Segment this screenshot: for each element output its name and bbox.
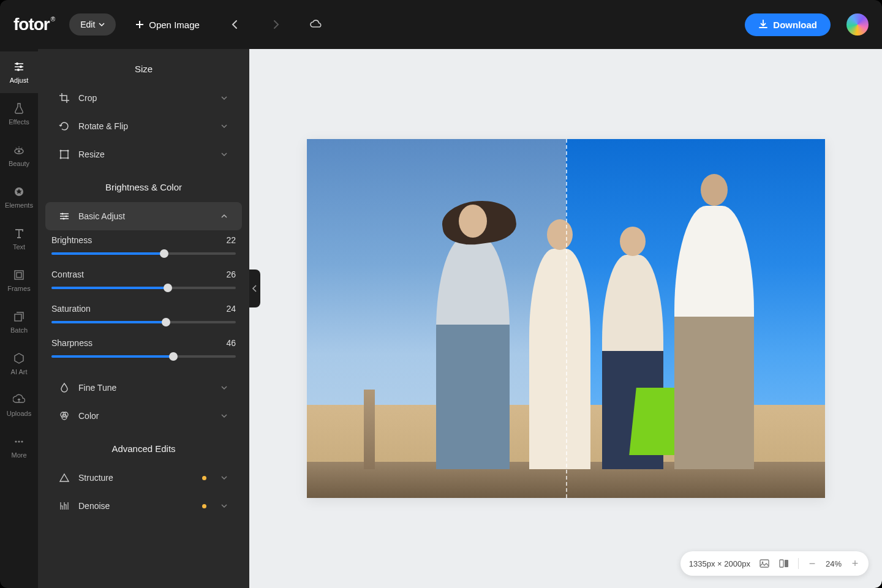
plus-icon: [135, 20, 144, 29]
star-icon: [13, 186, 25, 198]
svg-point-10: [18, 440, 20, 442]
slider-value: 24: [226, 304, 236, 314]
chevron-left-icon: [252, 284, 258, 293]
svg-point-16: [67, 157, 69, 159]
drop-icon: [59, 382, 70, 393]
row-label: Basic Adjust: [78, 211, 211, 221]
premium-dot-icon: [202, 504, 206, 508]
rail-item-frames[interactable]: Frames: [0, 260, 38, 301]
adjust-icon: [59, 211, 70, 222]
avatar[interactable]: [846, 13, 869, 36]
cloud-button[interactable]: [303, 11, 330, 38]
row-denoise[interactable]: Denoise: [45, 492, 242, 520]
image-info-button[interactable]: [759, 558, 770, 569]
rail-item-effects[interactable]: Effects: [0, 93, 38, 135]
slider-thumb[interactable]: [162, 318, 170, 326]
rail-item-uploads[interactable]: Uploads: [0, 385, 38, 426]
chevron-down-icon: [99, 21, 105, 28]
svg-rect-26: [785, 560, 788, 567]
section-title-bc: Brightness & Color: [38, 182, 249, 192]
open-image-button[interactable]: Open Image: [127, 13, 208, 36]
slider-contrast[interactable]: Contrast26: [38, 265, 249, 299]
edit-menu-button[interactable]: Edit: [69, 13, 116, 36]
svg-point-1: [20, 66, 22, 68]
arrow-right-icon: [270, 18, 282, 31]
row-label: Fine Tune: [78, 383, 211, 393]
image-icon: [759, 558, 770, 569]
zoom-out-button[interactable]: −: [807, 557, 817, 570]
slider-value: 22: [226, 235, 236, 245]
compare-divider[interactable]: [566, 139, 567, 498]
tool-rail: Adjust Effects Beauty Elements Text Fram…: [0, 49, 38, 588]
svg-point-24: [762, 562, 764, 564]
slider-thumb[interactable]: [169, 352, 178, 361]
download-button[interactable]: Download: [745, 13, 831, 36]
download-label: Download: [773, 20, 817, 30]
rail-item-more[interactable]: More: [0, 426, 38, 468]
rail-item-beauty[interactable]: Beauty: [0, 135, 38, 176]
zoom-level: 24%: [826, 559, 842, 568]
svg-rect-23: [760, 560, 769, 567]
slider-thumb[interactable]: [160, 249, 168, 258]
svg-point-9: [15, 440, 17, 442]
rail-label: More: [11, 451, 26, 459]
row-basic-adjust[interactable]: Basic Adjust: [45, 202, 242, 230]
row-structure[interactable]: Structure: [45, 464, 242, 492]
row-resize[interactable]: Resize: [45, 140, 242, 168]
rail-item-aiart[interactable]: AI Art: [0, 343, 38, 385]
row-color[interactable]: Color: [45, 402, 242, 430]
redo-button: [262, 11, 289, 38]
rail-label: Uploads: [7, 410, 31, 417]
row-fine-tune[interactable]: Fine Tune: [45, 374, 242, 402]
premium-dot-icon: [202, 476, 206, 480]
undo-button[interactable]: [222, 11, 249, 38]
dots-icon: [13, 435, 25, 448]
crop-icon: [59, 92, 70, 104]
sliders-icon: [13, 61, 25, 73]
row-label: Rotate & Flip: [78, 121, 211, 131]
text-icon: [13, 227, 25, 239]
svg-point-17: [61, 213, 63, 214]
canvas-image[interactable]: [307, 139, 825, 498]
slider-sharpness[interactable]: Sharpness46: [38, 333, 249, 368]
status-bar: 1335px × 2000px − 24% +: [680, 551, 869, 576]
section-title-size: Size: [38, 64, 249, 74]
zoom-in-button[interactable]: +: [850, 557, 860, 570]
svg-rect-7: [17, 273, 21, 277]
panel-collapse-handle[interactable]: [249, 270, 260, 307]
rail-item-adjust[interactable]: Adjust: [0, 51, 38, 93]
slider-label: Sharpness: [51, 338, 92, 348]
canvas-area[interactable]: 1335px × 2000px − 24% +: [249, 49, 882, 588]
svg-point-18: [65, 215, 67, 217]
row-rotate-flip[interactable]: Rotate & Flip: [45, 112, 242, 140]
open-image-label: Open Image: [149, 20, 200, 30]
row-label: Resize: [78, 149, 211, 159]
hexagon-icon: [13, 352, 25, 364]
chevron-down-icon: [220, 122, 228, 130]
rail-item-batch[interactable]: Batch: [0, 301, 38, 343]
svg-rect-12: [61, 151, 68, 158]
denoise-icon: [59, 500, 70, 511]
rail-label: Text: [13, 243, 25, 251]
logo: fotor®: [13, 15, 55, 34]
rail-item-elements[interactable]: Elements: [0, 176, 38, 218]
rail-item-text[interactable]: Text: [0, 218, 38, 260]
svg-point-11: [21, 440, 23, 442]
slider-saturation[interactable]: Saturation24: [38, 299, 249, 333]
slider-label: Saturation: [51, 304, 91, 314]
eye-icon: [13, 144, 25, 156]
slider-thumb[interactable]: [164, 284, 172, 292]
svg-point-14: [67, 150, 69, 152]
chevron-down-icon: [220, 150, 228, 159]
palette-icon: [59, 410, 70, 421]
rail-label: AI Art: [11, 368, 28, 375]
slider-brightness[interactable]: Brightness22: [38, 230, 249, 265]
compare-button[interactable]: [778, 558, 790, 569]
row-label: Color: [78, 411, 211, 421]
flask-icon: [13, 102, 25, 115]
row-crop[interactable]: Crop: [45, 84, 242, 112]
rail-label: Frames: [7, 285, 30, 292]
section-title-adv: Advanced Edits: [38, 443, 249, 454]
cloud-icon: [309, 18, 323, 31]
chevron-down-icon: [220, 412, 228, 420]
